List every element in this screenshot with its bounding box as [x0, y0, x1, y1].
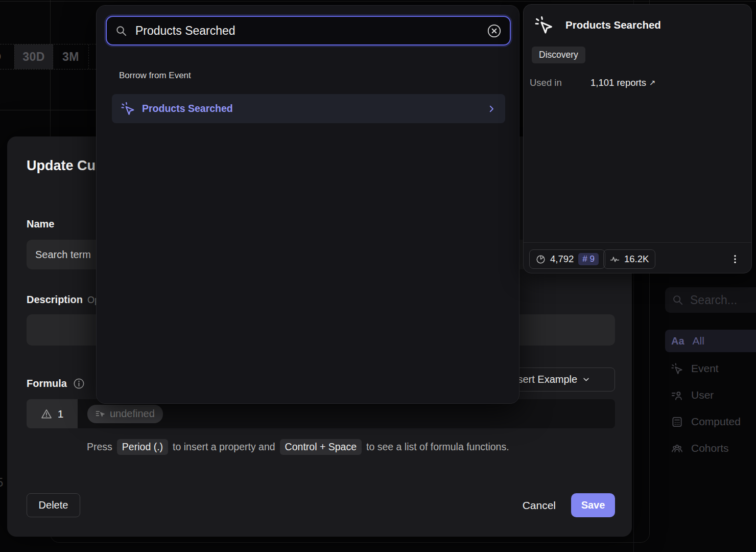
sidebar-item-label: Computed [691, 416, 741, 428]
delete-button[interactable]: Delete [27, 493, 80, 517]
volume-chip[interactable]: 16.2K [603, 249, 655, 269]
used-in-row: Used in 1,101 reports ↗ [530, 77, 744, 88]
query-count-value: 4,792 [550, 254, 574, 265]
query-count-chip[interactable]: 4,792 # 9 [529, 249, 605, 269]
card-title: Products Searched [565, 19, 661, 31]
pie-chart-icon [536, 255, 546, 264]
sidebar-item-label: All [693, 335, 704, 347]
formula-error-count: 1 [58, 408, 64, 420]
search-query-text: Products Searched [135, 24, 479, 38]
computed-icon [671, 416, 683, 428]
time-range-7d[interactable]: D [0, 44, 14, 69]
sidebar-item-cohorts[interactable]: Cohorts [665, 437, 756, 459]
sidebar-search-placeholder: Search... [690, 293, 737, 307]
category-badge: Discovery [532, 47, 585, 63]
volume-value: 16.2K [624, 254, 649, 265]
used-in-label: Used in [530, 77, 590, 88]
kbd-period: Period (.) [117, 439, 168, 455]
warning-icon [41, 408, 52, 420]
time-range-3m[interactable]: 3M [53, 44, 89, 69]
event-icon [121, 102, 135, 116]
axis-label-fragment: 5 [0, 475, 3, 490]
app-screen: D 30D 3M 5 Search... Aa All Event User C… [0, 0, 756, 552]
clear-search-icon[interactable] [487, 24, 501, 38]
event-icon [535, 16, 553, 34]
property-icon [96, 409, 105, 419]
sidebar-item-user[interactable]: User [665, 384, 756, 406]
chevron-right-icon [487, 104, 496, 113]
rank-badge: # 9 [578, 253, 599, 265]
description-label-text: Description [27, 294, 83, 305]
sidebar-item-event[interactable]: Event [665, 357, 756, 380]
cancel-button[interactable]: Cancel [523, 499, 556, 512]
sidebar-item-label: Event [691, 362, 719, 375]
save-button[interactable]: Save [571, 493, 615, 517]
search-result-label: Products Searched [142, 103, 480, 114]
sidebar-search-input[interactable]: Search... [665, 287, 756, 313]
sidebar-item-label: Cohorts [691, 442, 729, 454]
search-icon [115, 25, 127, 37]
sidebar-item-all[interactable]: Aa All [665, 330, 756, 352]
external-link-icon: ↗ [649, 78, 656, 87]
formula-label-text: Formula [27, 378, 67, 389]
info-icon[interactable] [73, 378, 85, 389]
card-header: Products Searched [535, 16, 661, 34]
card-divider [524, 242, 751, 243]
time-range-selector: D 30D 3M [0, 44, 96, 70]
kebab-menu-icon [730, 254, 740, 264]
hint-text: Press [87, 441, 112, 453]
more-options-button[interactable] [725, 249, 745, 269]
search-section-label: Borrow from Event [119, 71, 191, 81]
search-icon [672, 294, 683, 306]
property-search-input[interactable]: Products Searched [106, 16, 511, 45]
modal-footer-actions: Cancel Save [523, 493, 615, 517]
hint-text: to see a list of formula functions. [366, 441, 509, 453]
hint-text: to insert a property and [173, 441, 275, 453]
modal-title: Update Cu [27, 158, 96, 174]
formula-error-gutter: 1 [27, 399, 78, 428]
property-search-overlay: Products Searched Borrow from Event Prod… [96, 5, 519, 404]
user-icon [671, 389, 683, 401]
chevron-down-icon [582, 376, 590, 383]
cohorts-icon [671, 443, 683, 454]
event-icon [671, 363, 683, 375]
name-label: Name [27, 218, 54, 230]
time-range-30d[interactable]: 30D [14, 44, 53, 69]
event-detail-card: Products Searched Discovery Used in 1,10… [523, 4, 752, 273]
activity-icon [610, 255, 620, 264]
used-in-value: 1,101 reports [590, 77, 646, 88]
used-in-reports-link[interactable]: 1,101 reports ↗ [590, 77, 656, 88]
name-value: Search term [35, 249, 91, 261]
kbd-control-space: Control + Space [280, 439, 362, 455]
formula-hint: Press Period (.) to insert a property an… [87, 439, 509, 455]
search-result-products-searched[interactable]: Products Searched [112, 94, 505, 123]
sidebar-item-computed[interactable]: Computed [665, 410, 756, 433]
formula-property-chip[interactable]: undefined [87, 405, 163, 423]
text-icon: Aa [671, 335, 684, 347]
background-divider [0, 110, 96, 110]
formula-label: Formula [27, 378, 85, 389]
sidebar-item-label: User [691, 389, 714, 401]
background-top-divider [0, 1, 756, 2]
formula-chip-label: undefined [110, 408, 155, 420]
